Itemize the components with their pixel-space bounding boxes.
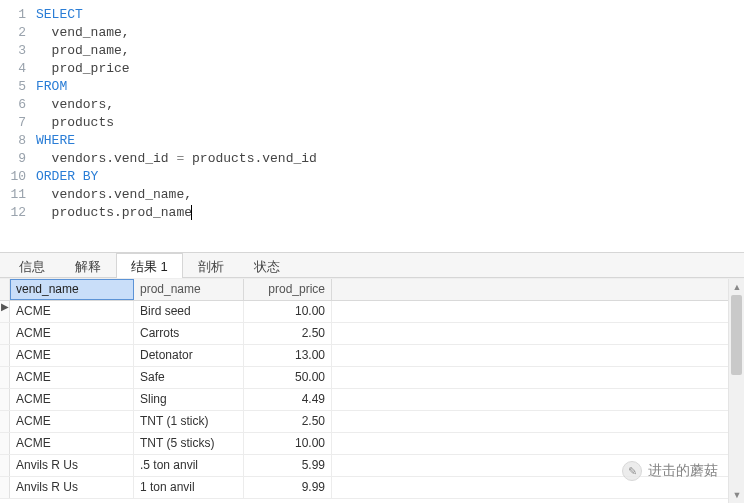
scroll-thumb[interactable] (731, 295, 742, 375)
watermark-text: 进击的蘑菇 (648, 462, 718, 480)
cell-vend_name[interactable]: ACME (10, 433, 134, 454)
table-row[interactable]: ACMECarrots2.50 (0, 323, 728, 345)
code-text: vend_name, (36, 24, 130, 42)
tab-解释[interactable]: 解释 (60, 253, 116, 279)
line-number: 4 (0, 60, 36, 78)
tab-结果 1[interactable]: 结果 1 (116, 253, 183, 279)
row-indicator: ▶ (0, 301, 10, 322)
scroll-down-icon[interactable]: ▼ (729, 487, 744, 503)
tab-信息[interactable]: 信息 (4, 253, 60, 279)
table-row[interactable]: ACMEDetonator13.00 (0, 345, 728, 367)
code-line[interactable]: 10ORDER BY (0, 168, 744, 186)
code-line[interactable]: 1SELECT (0, 6, 744, 24)
cell-prod_name[interactable]: Sling (134, 389, 244, 410)
code-text: WHERE (36, 132, 75, 150)
result-tabs: 信息解释结果 1剖析状态 (0, 252, 744, 278)
scroll-up-icon[interactable]: ▲ (729, 279, 744, 295)
cell-prod_name[interactable]: TNT (1 stick) (134, 411, 244, 432)
cell-prod_price[interactable]: 2.50 (244, 323, 332, 344)
code-text: products (36, 114, 114, 132)
cell-vend_name[interactable]: ACME (10, 367, 134, 388)
cell-prod_price[interactable]: 9.99 (244, 477, 332, 498)
cell-prod_price[interactable]: 10.00 (244, 433, 332, 454)
cell-prod_name[interactable]: Safe (134, 367, 244, 388)
row-indicator (0, 389, 10, 410)
code-line[interactable]: 7 products (0, 114, 744, 132)
cell-prod_name[interactable]: 1 ton anvil (134, 477, 244, 498)
tab-状态[interactable]: 状态 (239, 253, 295, 279)
row-indicator (0, 477, 10, 498)
code-text: ORDER BY (36, 168, 98, 186)
table-row[interactable]: ▶ACMEBird seed10.00 (0, 301, 728, 323)
table-row[interactable]: Anvils R Us1 ton anvil9.99 (0, 477, 728, 499)
cell-prod_name[interactable]: Carrots (134, 323, 244, 344)
column-header-prod_price[interactable]: prod_price (244, 279, 332, 300)
sql-editor[interactable]: 1SELECT2 vend_name,3 prod_name,4 prod_pr… (0, 0, 744, 252)
cell-prod_name[interactable]: Detonator (134, 345, 244, 366)
code-line[interactable]: 11 vendors.vend_name, (0, 186, 744, 204)
row-indicator (0, 367, 10, 388)
cell-vend_name[interactable]: ACME (10, 301, 134, 322)
table-row[interactable]: ACMETNT (5 sticks)10.00 (0, 433, 728, 455)
code-text: SELECT (36, 6, 83, 24)
line-number: 1 (0, 6, 36, 24)
row-indicator (0, 411, 10, 432)
cell-vend_name[interactable]: ACME (10, 411, 134, 432)
code-line[interactable]: 3 prod_name, (0, 42, 744, 60)
cell-vend_name[interactable]: Anvils R Us (10, 455, 134, 476)
code-line[interactable]: 2 vend_name, (0, 24, 744, 42)
code-line[interactable]: 9 vendors.vend_id = products.vend_id (0, 150, 744, 168)
wechat-icon: ✎ (622, 461, 642, 481)
table-row[interactable]: ACMETNT (1 stick)2.50 (0, 411, 728, 433)
cell-prod_price[interactable]: 10.00 (244, 301, 332, 322)
code-text: prod_price (36, 60, 130, 78)
cell-vend_name[interactable]: Anvils R Us (10, 477, 134, 498)
tab-剖析[interactable]: 剖析 (183, 253, 239, 279)
line-number: 12 (0, 204, 36, 222)
line-number: 11 (0, 186, 36, 204)
cell-prod_name[interactable]: Bird seed (134, 301, 244, 322)
code-text: prod_name, (36, 42, 130, 60)
watermark: ✎ 进击的蘑菇 (622, 461, 718, 481)
code-text: vendors, (36, 96, 114, 114)
result-grid[interactable]: vend_nameprod_nameprod_price▶ACMEBird se… (0, 279, 728, 503)
code-line[interactable]: 4 prod_price (0, 60, 744, 78)
line-number: 7 (0, 114, 36, 132)
code-text: vendors.vend_id = products.vend_id (36, 150, 317, 168)
code-line[interactable]: 6 vendors, (0, 96, 744, 114)
line-number: 3 (0, 42, 36, 60)
code-text: products.prod_name (36, 204, 192, 222)
code-text: FROM (36, 78, 67, 96)
code-line[interactable]: 5FROM (0, 78, 744, 96)
line-number: 5 (0, 78, 36, 96)
table-row[interactable]: Anvils R Us.5 ton anvil5.99 (0, 455, 728, 477)
scroll-track[interactable] (729, 295, 744, 487)
table-row[interactable]: ACMESling4.49 (0, 389, 728, 411)
table-row[interactable]: ACMESafe50.00 (0, 367, 728, 389)
line-number: 9 (0, 150, 36, 168)
code-text: vendors.vend_name, (36, 186, 192, 204)
line-number: 2 (0, 24, 36, 42)
cell-prod_price[interactable]: 2.50 (244, 411, 332, 432)
column-header-vend_name[interactable]: vend_name (10, 279, 134, 300)
line-number: 10 (0, 168, 36, 186)
row-indicator (0, 323, 10, 344)
cell-vend_name[interactable]: ACME (10, 345, 134, 366)
cell-prod_price[interactable]: 50.00 (244, 367, 332, 388)
cell-prod_price[interactable]: 4.49 (244, 389, 332, 410)
row-indicator (0, 345, 10, 366)
cell-prod_price[interactable]: 13.00 (244, 345, 332, 366)
cell-vend_name[interactable]: ACME (10, 389, 134, 410)
row-indicator-header (0, 279, 10, 300)
cell-vend_name[interactable]: ACME (10, 323, 134, 344)
cell-prod_name[interactable]: TNT (5 sticks) (134, 433, 244, 454)
vertical-scrollbar[interactable]: ▲ ▼ (728, 279, 744, 503)
cell-prod_name[interactable]: .5 ton anvil (134, 455, 244, 476)
code-line[interactable]: 8WHERE (0, 132, 744, 150)
cell-prod_price[interactable]: 5.99 (244, 455, 332, 476)
line-number: 8 (0, 132, 36, 150)
code-line[interactable]: 12 products.prod_name (0, 204, 744, 222)
line-number: 6 (0, 96, 36, 114)
grid-header: vend_nameprod_nameprod_price (0, 279, 728, 301)
column-header-prod_name[interactable]: prod_name (134, 279, 244, 300)
